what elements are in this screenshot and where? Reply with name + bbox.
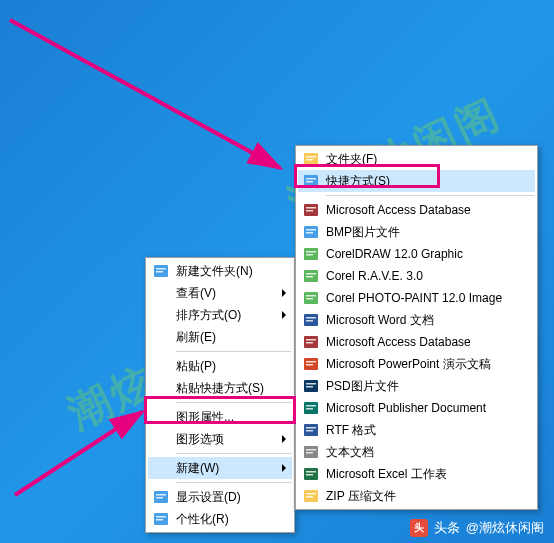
menu-item[interactable]: 图形选项 — [148, 428, 292, 450]
svg-rect-18 — [306, 207, 316, 209]
svg-rect-49 — [306, 430, 313, 432]
new-submenu[interactable]: 文件夹(F)快捷方式(S)Microsoft Access DatabaseBM… — [295, 145, 538, 510]
menu-item[interactable]: Microsoft PowerPoint 演示文稿 — [298, 353, 535, 375]
menu-item[interactable]: 刷新(E) — [148, 326, 292, 348]
menu-item-label: 新建(W) — [176, 460, 274, 477]
menu-item-label: 显示设置(D) — [176, 489, 274, 506]
svg-rect-30 — [306, 295, 316, 297]
chevron-right-icon — [282, 311, 286, 319]
menu-item-label: RTF 格式 — [326, 422, 517, 439]
menu-item-label: Corel PHOTO-PAINT 12.0 Image — [326, 291, 517, 305]
pub-icon — [302, 399, 320, 417]
svg-rect-19 — [306, 210, 313, 212]
blank-icon — [152, 357, 170, 375]
toutiao-logo-icon: 头 — [410, 519, 428, 537]
chevron-right-icon — [282, 464, 286, 472]
ppt-icon — [302, 355, 320, 373]
svg-rect-34 — [306, 320, 313, 322]
svg-rect-4 — [156, 271, 163, 273]
svg-rect-15 — [306, 178, 316, 180]
svg-rect-12 — [306, 156, 316, 158]
svg-rect-21 — [306, 229, 316, 231]
menu-item-label: 个性化(R) — [176, 511, 274, 528]
svg-rect-48 — [306, 427, 316, 429]
svg-line-0 — [10, 20, 280, 168]
svg-rect-25 — [306, 254, 313, 256]
menu-item[interactable]: 排序方式(O) — [148, 304, 292, 326]
menu-item-label: 文本文档 — [326, 444, 517, 461]
svg-rect-10 — [156, 519, 163, 521]
svg-rect-46 — [306, 408, 313, 410]
menu-item-label: 排序方式(O) — [176, 307, 274, 324]
menu-item-label: 粘贴快捷方式(S) — [176, 380, 274, 397]
annotation-arrow — [0, 0, 300, 200]
menu-item[interactable]: 查看(V) — [148, 282, 292, 304]
svg-rect-24 — [306, 251, 316, 253]
menu-separator — [326, 195, 534, 196]
blank-icon — [152, 459, 170, 477]
menu-item[interactable]: 粘贴快捷方式(S) — [148, 377, 292, 399]
menu-item[interactable]: Microsoft Excel 工作表 — [298, 463, 535, 485]
svg-rect-9 — [156, 516, 166, 518]
menu-item[interactable]: 文件夹(F) — [298, 148, 535, 170]
chevron-right-icon — [282, 435, 286, 443]
menu-item[interactable]: 粘贴(P) — [148, 355, 292, 377]
menu-item[interactable]: CorelDRAW 12.0 Graphic — [298, 243, 535, 265]
svg-rect-36 — [306, 339, 316, 341]
svg-rect-37 — [306, 342, 313, 344]
menu-item[interactable]: Corel PHOTO-PAINT 12.0 Image — [298, 287, 535, 309]
desktop-context-menu[interactable]: 新建文件夹(N)查看(V)排序方式(O)刷新(E)粘贴(P)粘贴快捷方式(S)图… — [145, 257, 295, 533]
menu-item[interactable]: Microsoft Word 文档 — [298, 309, 535, 331]
menu-separator — [176, 351, 291, 352]
menu-item-label: 刷新(E) — [176, 329, 274, 346]
word-icon — [302, 311, 320, 329]
menu-item-label: CorelDRAW 12.0 Graphic — [326, 247, 517, 261]
folder-icon — [302, 150, 320, 168]
menu-item[interactable]: Microsoft Access Database — [298, 199, 535, 221]
menu-item[interactable]: Microsoft Access Database — [298, 331, 535, 353]
menu-item-label: ZIP 压缩文件 — [326, 488, 517, 505]
menu-item[interactable]: 新建(W) — [148, 457, 292, 479]
svg-rect-55 — [306, 474, 313, 476]
personalize-icon — [152, 510, 170, 528]
svg-rect-33 — [306, 317, 316, 319]
svg-rect-51 — [306, 449, 316, 451]
blank-icon — [152, 408, 170, 426]
menu-item-label: Microsoft Access Database — [326, 203, 517, 217]
access-icon — [302, 201, 320, 219]
svg-rect-16 — [306, 181, 313, 183]
blank-icon — [152, 328, 170, 346]
menu-item[interactable]: 快捷方式(S) — [298, 170, 535, 192]
menu-item[interactable]: Corel R.A.V.E. 3.0 — [298, 265, 535, 287]
menu-item-label: 查看(V) — [176, 285, 274, 302]
rtf-icon — [302, 421, 320, 439]
menu-item[interactable]: ZIP 压缩文件 — [298, 485, 535, 507]
blank-icon — [152, 306, 170, 324]
zip-icon — [302, 487, 320, 505]
menu-item[interactable]: 显示设置(D) — [148, 486, 292, 508]
menu-item[interactable]: Microsoft Publisher Document — [298, 397, 535, 419]
menu-item[interactable]: PSD图片文件 — [298, 375, 535, 397]
blank-icon — [152, 430, 170, 448]
menu-item-label: PSD图片文件 — [326, 378, 517, 395]
share-icon — [152, 262, 170, 280]
svg-rect-54 — [306, 471, 316, 473]
rave-icon — [302, 267, 320, 285]
svg-rect-58 — [306, 496, 313, 498]
blank-icon — [152, 379, 170, 397]
svg-rect-31 — [306, 298, 313, 300]
svg-rect-52 — [306, 452, 313, 454]
menu-item[interactable]: 新建文件夹(N) — [148, 260, 292, 282]
menu-item[interactable]: 个性化(R) — [148, 508, 292, 530]
menu-separator — [176, 402, 291, 403]
svg-rect-13 — [306, 159, 313, 161]
chevron-right-icon — [282, 289, 286, 297]
txt-icon — [302, 443, 320, 461]
svg-line-1 — [15, 412, 142, 495]
menu-item[interactable]: 文本文档 — [298, 441, 535, 463]
svg-rect-45 — [306, 405, 316, 407]
menu-item[interactable]: RTF 格式 — [298, 419, 535, 441]
svg-rect-7 — [156, 497, 163, 499]
menu-item[interactable]: 图形属性... — [148, 406, 292, 428]
menu-item[interactable]: BMP图片文件 — [298, 221, 535, 243]
